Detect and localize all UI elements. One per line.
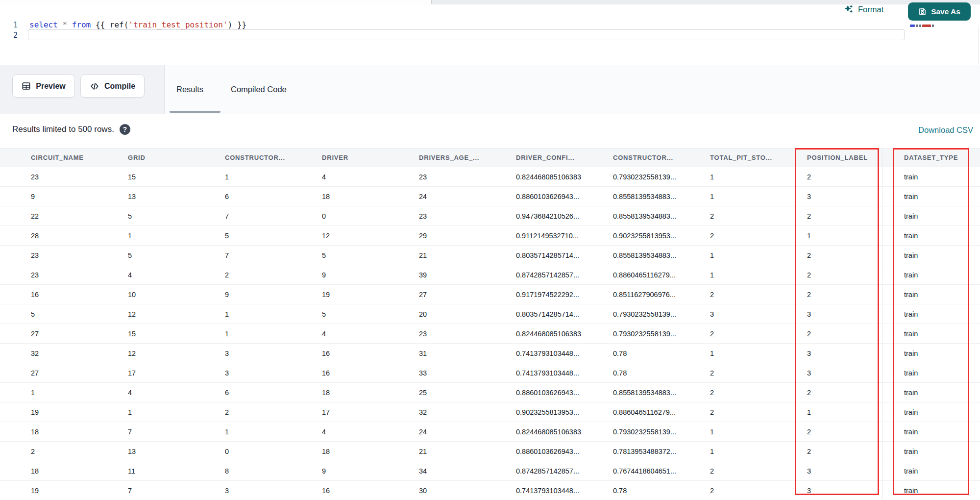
editor-minimap[interactable]: [910, 25, 934, 27]
table-cell: 4: [315, 167, 412, 187]
result-tabs: Results Compiled Code: [165, 65, 287, 114]
table-cell: 7: [218, 206, 315, 226]
help-icon[interactable]: ?: [120, 124, 130, 135]
table-cell: 4: [315, 324, 412, 344]
table-cell: train: [897, 461, 980, 481]
table-cell: 10: [121, 285, 218, 304]
table-cell: train: [897, 363, 980, 383]
table-cell: train: [897, 226, 980, 246]
format-label: Format: [858, 5, 883, 14]
table-cell: 1: [218, 304, 315, 324]
table-cell: 34: [412, 461, 509, 481]
table-cell: 2: [703, 461, 800, 481]
table-cell: 1: [703, 442, 800, 461]
table-cell: 0.9171974522292...: [509, 285, 606, 304]
active-line-highlight[interactable]: [28, 29, 905, 40]
code-token: [67, 20, 72, 29]
table-cell: 18: [315, 383, 412, 402]
table-cell: 0.9112149532710...: [509, 226, 606, 246]
table-cell: 1: [218, 167, 315, 187]
table-cell: 16: [315, 363, 412, 383]
download-csv-link[interactable]: Download CSV: [918, 125, 973, 135]
table-cell: train: [897, 285, 980, 304]
table-row: 231514230.8244680851063830.7930232558139…: [0, 167, 980, 187]
active-file-tab-edge[interactable]: [0, 0, 431, 4]
code-token: [58, 20, 63, 29]
compile-button[interactable]: Compile: [80, 75, 145, 98]
table-cell: 2: [0, 442, 121, 461]
column-header: GRID: [121, 149, 218, 167]
table-cell: 3: [218, 363, 315, 383]
table-cell: 0.8035714285714...: [509, 246, 606, 265]
table-row: 23575210.8035714285714...0.8558139534883…: [0, 246, 980, 265]
table-cell: train: [897, 402, 980, 422]
table-cell: 2: [703, 206, 800, 226]
code-token: ref(: [110, 20, 129, 29]
active-tab-indicator: [170, 111, 220, 113]
table-cell: 18: [0, 461, 121, 481]
table-cell: 19: [0, 402, 121, 422]
table-cell: 1: [703, 344, 800, 363]
column-header: DRIVER: [315, 149, 412, 167]
table-grid-icon: [22, 81, 31, 91]
table-cell: 13: [121, 442, 218, 461]
table-cell: train: [897, 304, 980, 324]
line-number-1: 1: [7, 21, 18, 29]
table-row: 913618240.8860103626943...0.855813953488…: [0, 187, 980, 206]
table-cell: 0.8860103626943...: [509, 442, 606, 461]
table-cell: 2: [703, 324, 800, 344]
table-cell: 0.8558139534883...: [606, 383, 703, 402]
table-cell: 27: [0, 324, 121, 344]
table-cell: 4: [315, 422, 412, 442]
table-cell: 17: [121, 363, 218, 383]
table-cell: 0.7413793103448...: [509, 363, 606, 383]
table-cell: 25: [412, 383, 509, 402]
table-cell: 1: [121, 402, 218, 422]
table-cell: 1: [218, 422, 315, 442]
table-row: 191217320.9023255813953...0.886046511627…: [0, 402, 980, 422]
table-cell: 32: [412, 402, 509, 422]
table-cell: train: [897, 167, 980, 187]
table-cell: 8: [218, 461, 315, 481]
table-cell: train: [897, 324, 980, 344]
compile-label: Compile: [104, 82, 135, 91]
code-line-1[interactable]: select * from {{ ref('train_test_positio…: [29, 20, 246, 29]
save-as-label: Save As: [931, 7, 960, 16]
tab-compiled-code[interactable]: Compiled Code: [231, 85, 287, 94]
table-cell: 23: [412, 324, 509, 344]
code-token: ): [228, 20, 233, 29]
table-cell: 4: [121, 383, 218, 402]
column-header: TOTAL_PIT_STO...: [703, 149, 800, 167]
table-body: 231514230.8244680851063830.7930232558139…: [0, 167, 980, 500]
table-cell: 9: [315, 461, 412, 481]
tab-results[interactable]: Results: [176, 85, 203, 94]
table-cell: train: [897, 442, 980, 461]
format-button[interactable]: Format: [844, 4, 883, 14]
table-cell: 0.7930232558139...: [606, 324, 703, 344]
table-cell: 5: [315, 304, 412, 324]
table-cell: 13: [121, 187, 218, 206]
row-limit-note: Results limited to 500 rows. ?: [12, 124, 130, 135]
table-cell: 18: [315, 187, 412, 206]
editor-scrollbar-track[interactable]: [978, 26, 979, 68]
table-cell: 4: [121, 265, 218, 285]
table-cell: 0: [315, 206, 412, 226]
table-cell: 0.7930232558139...: [606, 422, 703, 442]
table-cell: 7: [121, 422, 218, 442]
table-cell: 0.8035714285714...: [509, 304, 606, 324]
table-cell: 12: [121, 344, 218, 363]
table-cell: 0.8742857142857...: [509, 461, 606, 481]
sql-editor[interactable]: 1 2 select * from {{ ref('train_test_pos…: [0, 4, 980, 65]
table-cell: 24: [412, 422, 509, 442]
table-cell: 3: [703, 304, 800, 324]
table-cell: 27: [412, 285, 509, 304]
preview-label: Preview: [36, 82, 65, 91]
table-cell: 7: [121, 481, 218, 500]
table-cell: 2: [218, 265, 315, 285]
table-cell: 0.824468085106383: [509, 167, 606, 187]
table-cell: 33: [412, 363, 509, 383]
table-cell: 0.8860103626943...: [509, 383, 606, 402]
preview-button[interactable]: Preview: [12, 75, 75, 98]
save-as-button[interactable]: Save As: [908, 2, 971, 21]
table-header-row: CIRCUIT_NAMEGRIDCONSTRUCTOR...DRIVERDRIV…: [0, 149, 980, 167]
